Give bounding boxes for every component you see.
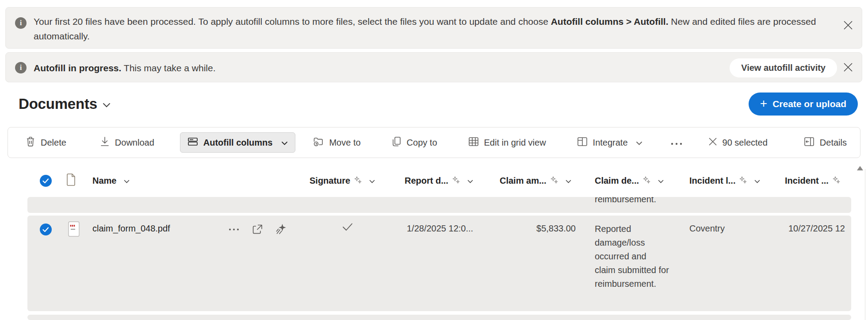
share-icon[interactable] <box>252 224 263 235</box>
autofill-sparkle-icon <box>452 176 460 186</box>
column-header-report-date[interactable]: Report d... <box>405 166 473 195</box>
incident-date-cell: 10/27/2025 12 <box>788 224 845 234</box>
download-button[interactable]: Download <box>96 132 159 153</box>
report-date-cell: 1/28/2025 12:0... <box>407 224 473 234</box>
info-icon: i <box>15 17 27 29</box>
integrate-button[interactable]: Integrate <box>573 132 647 153</box>
move-to-label: Move to <box>329 138 360 148</box>
integrate-icon <box>577 137 588 149</box>
more-commands-button[interactable] <box>666 132 687 153</box>
pdf-file-icon <box>67 221 80 240</box>
autofill-sparkle-icon <box>643 176 650 186</box>
autofill-progress-banner: i Autofill in progress. This may take a … <box>5 52 862 82</box>
edit-in-grid-view-button[interactable]: Edit in grid view <box>464 132 551 153</box>
document-icon <box>66 173 76 188</box>
library-title-row: Documents <box>19 93 111 115</box>
claim-amount-cell: $5,833.00 <box>500 224 576 234</box>
clear-x-icon <box>708 137 717 148</box>
autofill-sparkle-icon <box>551 176 558 186</box>
column-label: Claim de... <box>595 176 639 186</box>
autofill-sparkle-icon <box>354 176 362 186</box>
autofill-processed-banner: i Your first 20 files have been processe… <box>5 7 862 49</box>
page-title[interactable]: Documents <box>19 96 97 112</box>
column-header-incident-location[interactable]: Incident l... <box>689 166 760 195</box>
details-pane-icon <box>804 137 814 149</box>
autofill-run-icon[interactable] <box>275 224 287 235</box>
more-actions-icon[interactable] <box>229 228 239 231</box>
row-hover-actions <box>229 224 287 235</box>
chevron-down-icon[interactable] <box>103 102 111 110</box>
chevron-down-icon <box>281 138 288 148</box>
table-header-row: Name Signature Report d... Claim am... C… <box>0 166 851 195</box>
scroll-up-icon <box>857 166 864 171</box>
chevron-down-icon <box>566 176 571 186</box>
claim-description-cell: Reported damage/loss occurred and claim … <box>595 222 669 291</box>
create-or-upload-label: Create or upload <box>772 99 846 109</box>
create-or-upload-button[interactable]: + Create or upload <box>749 93 858 116</box>
plus-icon: + <box>760 97 767 110</box>
checkbox-checked-icon <box>40 175 52 187</box>
close-icon[interactable] <box>841 60 856 75</box>
column-header-incident-date[interactable]: Incident ... <box>785 166 840 195</box>
details-button[interactable]: Details <box>799 132 851 153</box>
chevron-down-icon <box>467 176 473 186</box>
column-label: Incident ... <box>785 176 829 186</box>
column-header-signature[interactable]: Signature <box>310 166 375 195</box>
column-label: Signature <box>310 176 350 186</box>
ellipsis-icon <box>671 138 682 148</box>
grid-icon <box>468 137 479 149</box>
column-header-claim-amount[interactable]: Claim am... <box>500 166 571 195</box>
document-library-page: i Your first 20 files have been processe… <box>0 0 868 320</box>
column-header-claim-description[interactable]: Claim de... <box>595 166 664 195</box>
edit-in-grid-view-label: Edit in grid view <box>484 138 546 148</box>
autofill-columns-label: Autofill columns <box>203 138 273 148</box>
info-icon: i <box>15 62 27 73</box>
vertical-scrollbar[interactable] <box>857 164 865 320</box>
view-autofill-activity-button[interactable]: View autofill activity <box>730 58 837 77</box>
incident-location-cell: Coventry <box>689 224 725 234</box>
integrate-label: Integrate <box>593 138 628 148</box>
selected-count-label: 90 selected <box>723 138 768 148</box>
chevron-down-icon <box>124 176 130 186</box>
copy-to-label: Copy to <box>407 138 437 148</box>
select-all-checkbox[interactable] <box>40 166 52 195</box>
autofill-columns-button[interactable]: Autofill columns <box>180 132 296 153</box>
copy-icon <box>392 136 401 149</box>
autofill-processed-message: Your first 20 files have been processed.… <box>34 14 830 43</box>
chevron-down-icon <box>658 176 664 186</box>
file-name-link[interactable]: claim_form_048.pdf <box>92 224 170 234</box>
delete-label: Delete <box>41 138 66 148</box>
download-icon <box>100 136 110 149</box>
checkbox-checked-icon <box>40 224 52 235</box>
delete-button[interactable]: Delete <box>21 132 71 153</box>
file-type-column-header[interactable] <box>66 166 76 195</box>
table-row[interactable]: claim_form_048.pdf 1/28/2025 12:0... $5,… <box>27 216 851 311</box>
folder-move-icon <box>313 136 324 149</box>
row-checkbox[interactable] <box>40 224 52 235</box>
chevron-down-icon <box>636 138 642 148</box>
column-label: Report d... <box>405 176 448 186</box>
move-to-button[interactable]: Move to <box>309 132 365 153</box>
download-label: Download <box>115 138 154 148</box>
column-label: Claim am... <box>500 176 547 186</box>
autofill-sparkle-icon <box>739 176 747 186</box>
command-toolbar: Delete Download Autofill columns Move to… <box>8 127 860 158</box>
trash-icon <box>26 136 35 149</box>
column-label: Name <box>92 176 116 186</box>
details-label: Details <box>820 138 847 148</box>
message-text: This may take a while. <box>121 63 215 73</box>
table-row-partial[interactable] <box>27 315 851 320</box>
table-row-partial[interactable]: reimbursement. <box>27 197 851 213</box>
claim-description-cell: reimbursement. <box>595 197 656 204</box>
close-icon[interactable] <box>841 18 856 33</box>
panel-edge-divider <box>865 169 865 320</box>
message-text: Your first 20 files have been processed.… <box>34 16 551 27</box>
clear-selection-button[interactable]: 90 selected <box>704 132 772 153</box>
column-header-name[interactable]: Name <box>92 166 130 195</box>
autofill-columns-icon <box>187 137 198 149</box>
autofill-sparkle-icon <box>833 176 840 186</box>
copy-to-button[interactable]: Copy to <box>387 132 442 153</box>
chevron-down-icon <box>369 176 375 186</box>
message-bold-text: Autofill columns > Autofill. <box>551 16 669 27</box>
autofill-progress-message: Autofill in progress. This may take a wh… <box>34 61 697 75</box>
